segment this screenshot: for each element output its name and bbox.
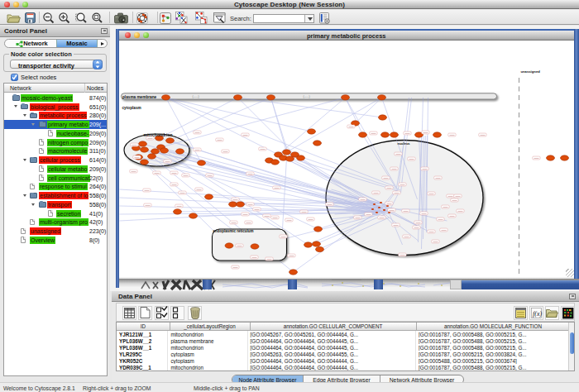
svg-text:(......): (......) bbox=[192, 95, 199, 98]
svg-text:endoplasmic reticulum: endoplasmic reticulum bbox=[213, 229, 253, 233]
svg-text:unassigned: unassigned bbox=[520, 69, 540, 74]
svg-text:nucleus: nucleus bbox=[397, 141, 410, 146]
svg-text:(......): (......) bbox=[303, 95, 309, 98]
svg-text:cytoplasm: cytoplasm bbox=[122, 106, 141, 110]
svg-text:plasma membrane: plasma membrane bbox=[122, 95, 157, 99]
svg-text:f(x): f(x) bbox=[533, 310, 542, 318]
